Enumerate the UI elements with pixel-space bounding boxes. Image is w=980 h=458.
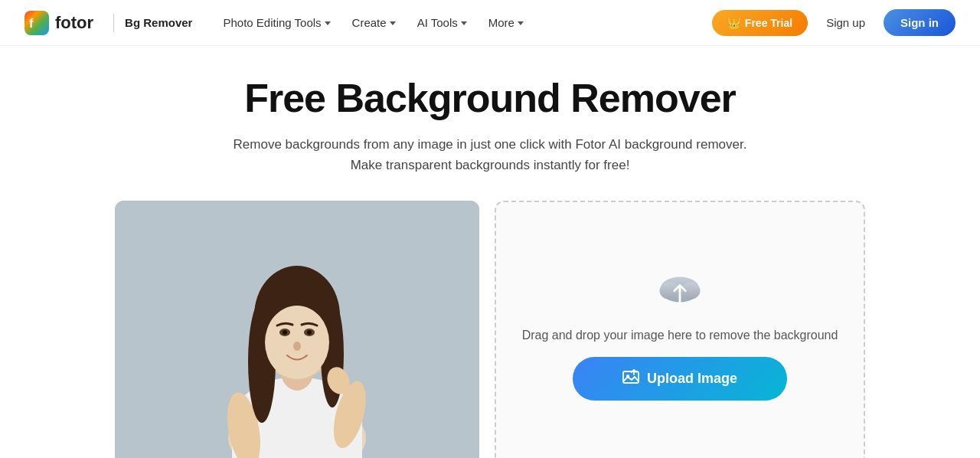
nav-links: Photo Editing Tools Create AI Tools More <box>214 10 711 35</box>
nav-actions: 👑 Free Trial Sign up Sign in <box>712 9 956 36</box>
svg-point-22 <box>681 282 701 299</box>
upload-drag-text: Drag and drop your image here to remove … <box>522 326 838 345</box>
svg-point-21 <box>659 282 679 299</box>
chevron-down-icon <box>390 21 396 25</box>
signup-button[interactable]: Sign up <box>817 10 874 35</box>
svg-point-18 <box>293 342 301 351</box>
two-col-section: Drag and drop your image here to remove … <box>115 201 865 458</box>
signin-button[interactable]: Sign in <box>884 9 956 36</box>
upload-panel[interactable]: Drag and drop your image here to remove … <box>495 201 865 458</box>
nav-link-ai-tools[interactable]: AI Tools <box>408 10 476 35</box>
crown-icon: 👑 <box>727 17 740 29</box>
logo-text: fotor <box>55 13 93 33</box>
svg-text:f: f <box>29 17 34 30</box>
main-content: Free Background Remover Remove backgroun… <box>0 46 980 458</box>
demo-image <box>115 201 479 458</box>
nav-divider <box>113 14 114 32</box>
demo-image-container <box>115 201 479 458</box>
free-trial-button[interactable]: 👑 Free Trial <box>712 10 808 36</box>
chevron-down-icon <box>518 21 524 25</box>
svg-rect-0 <box>24 11 49 35</box>
hero-title: Free Background Remover <box>244 77 736 120</box>
navbar: f fotor Bg Remover Photo Editing Tools C… <box>0 0 980 46</box>
logo[interactable]: f fotor <box>24 11 93 35</box>
upload-cloud-icon <box>655 265 704 314</box>
chevron-down-icon <box>461 21 467 25</box>
hero-subtitle: Remove backgrounds from any image in jus… <box>230 134 750 175</box>
product-name: Bg Remover <box>125 16 192 29</box>
svg-point-17 <box>307 330 312 335</box>
chevron-down-icon <box>325 21 331 25</box>
nav-link-create[interactable]: Create <box>343 10 405 35</box>
upload-image-button[interactable]: Upload Image <box>573 357 787 401</box>
svg-point-16 <box>283 330 287 335</box>
svg-rect-24 <box>623 371 639 383</box>
nav-link-photo-editing-tools[interactable]: Photo Editing Tools <box>214 10 339 35</box>
fotor-logo-icon: f <box>24 11 49 35</box>
nav-link-more[interactable]: More <box>479 10 533 35</box>
upload-image-icon <box>622 369 639 388</box>
